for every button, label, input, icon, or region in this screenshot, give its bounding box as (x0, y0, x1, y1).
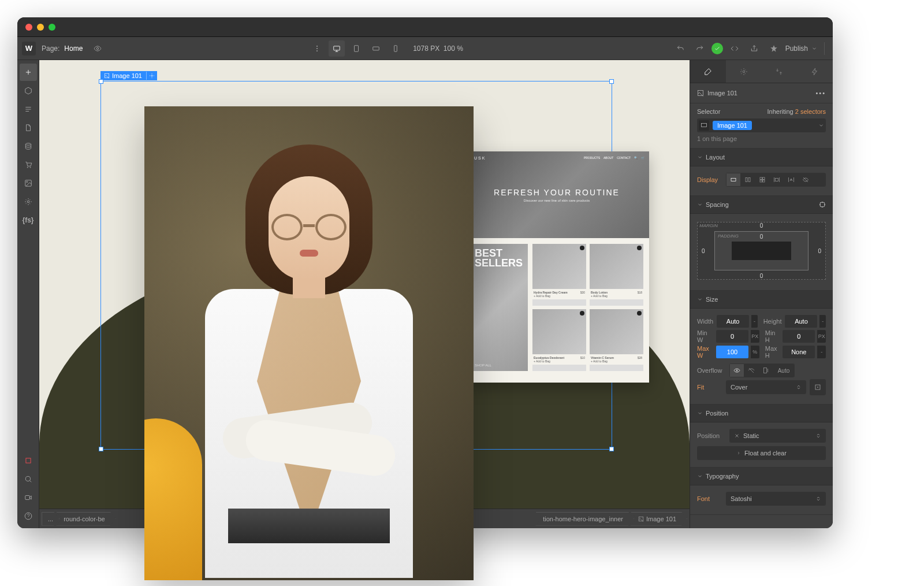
element-menu-icon[interactable]: ••• (815, 90, 826, 97)
tab-effects-icon[interactable] (797, 60, 833, 83)
audit-icon[interactable] (766, 40, 782, 57)
tab-interactions-icon[interactable] (762, 60, 798, 83)
status-check-icon[interactable] (711, 43, 723, 54)
tab-settings-icon[interactable] (726, 60, 762, 83)
minh-input[interactable] (783, 330, 815, 343)
window-titlebar (17, 17, 833, 37)
svg-point-10 (29, 167, 30, 168)
audit-errors-icon[interactable] (20, 452, 37, 469)
font-dropdown[interactable]: Satoshi (726, 492, 826, 506)
section-spacing-header[interactable]: Spacing (690, 196, 833, 214)
breadcrumb-more[interactable]: ... (42, 512, 59, 526)
selector-field[interactable]: Image 101 (697, 118, 826, 132)
selection-settings-icon[interactable] (146, 72, 157, 80)
assets-icon[interactable] (20, 175, 37, 192)
redo-icon[interactable] (692, 40, 708, 57)
page-prefix: Page: (42, 44, 59, 53)
selector-breakpoint-icon[interactable] (699, 120, 709, 131)
fit-label: Fit (697, 384, 722, 391)
display-flex-icon[interactable] (741, 173, 755, 186)
add-element-icon[interactable] (20, 64, 37, 81)
display-grid-icon[interactable] (755, 173, 769, 186)
minimize-window-button[interactable] (37, 24, 44, 31)
svg-point-2 (317, 48, 318, 49)
undo-icon[interactable] (672, 40, 688, 57)
font-label: Font (697, 495, 722, 502)
element-name: Image 101 (707, 90, 737, 97)
fit-dropdown[interactable]: Cover (726, 380, 806, 394)
float-clear-toggle[interactable]: Float and clear (697, 446, 826, 460)
code-export-icon[interactable] (726, 40, 743, 57)
width-unit[interactable]: - (751, 315, 758, 328)
publish-button[interactable]: Publish (785, 44, 817, 53)
panel-tabs (690, 60, 833, 83)
svg-point-12 (26, 181, 27, 183)
height-input[interactable] (785, 315, 817, 328)
overflow-hidden-icon[interactable] (744, 364, 758, 377)
position-dropdown[interactable]: Static (729, 429, 826, 443)
maximize-window-button[interactable] (49, 24, 55, 31)
help-icon[interactable] (20, 507, 37, 525)
finsweet-icon[interactable]: {fs} (20, 212, 37, 229)
svg-point-19 (151, 75, 153, 77)
overflow-auto-button[interactable]: Auto (773, 364, 794, 377)
breadcrumb-item[interactable]: round-color-be (56, 512, 116, 526)
display-block-icon[interactable] (726, 173, 740, 186)
more-menu-icon[interactable] (309, 40, 325, 57)
maxw-unit[interactable]: % (751, 346, 759, 358)
pages-icon[interactable] (20, 119, 37, 136)
breadcrumb-item[interactable]: Image 101 (631, 512, 687, 526)
page-name[interactable]: Home (64, 44, 83, 53)
navigator-icon[interactable] (20, 101, 37, 118)
svg-rect-4 (334, 46, 340, 50)
svg-rect-29 (760, 180, 762, 183)
instances-text: 1 on this page (697, 135, 826, 142)
tab-style-icon[interactable] (690, 60, 726, 83)
display-inline-icon[interactable] (784, 173, 798, 186)
height-unit[interactable]: - (819, 315, 826, 328)
mockup-nav: PRODUCTSABOUTCONTACT 🔍🛒 (584, 156, 644, 160)
app-logo[interactable]: W (22, 42, 36, 55)
video-tutorial-icon[interactable] (20, 489, 37, 506)
section-typography-header[interactable]: Typography (690, 468, 833, 485)
svg-point-3 (317, 50, 318, 51)
overflow-scroll-icon[interactable] (759, 364, 773, 377)
svg-rect-14 (25, 458, 30, 463)
display-inline-block-icon[interactable] (770, 173, 784, 186)
width-input[interactable] (717, 315, 749, 328)
box-model-editor[interactable]: MARGIN PADDING 0 0 0 0 0 (697, 222, 826, 280)
spacing-expand-icon[interactable] (819, 201, 826, 209)
breakpoint-mobile-icon[interactable] (388, 40, 404, 57)
minh-unit[interactable]: PX (817, 330, 826, 343)
breadcrumb-item[interactable]: tion-home-hero-image_inner (535, 512, 634, 526)
fit-position-icon[interactable] (810, 379, 826, 395)
breakpoint-desktop-icon[interactable] (329, 40, 345, 57)
maxh-input[interactable] (783, 346, 815, 358)
components-icon[interactable] (20, 82, 37, 99)
overflow-visible-icon[interactable] (730, 364, 744, 377)
selection-label[interactable]: Image 101 (100, 71, 157, 80)
top-toolbar: W Page: Home 1078 PX 100 % (17, 37, 833, 60)
inheriting-link[interactable]: Inheriting 2 selectors (767, 108, 826, 115)
ecommerce-icon[interactable] (20, 156, 37, 173)
breakpoint-mobile-landscape-icon[interactable] (368, 40, 384, 57)
section-position-header[interactable]: Position (690, 405, 833, 422)
class-chip[interactable]: Image 101 (713, 121, 752, 130)
cms-icon[interactable] (20, 138, 37, 155)
search-icon[interactable] (20, 470, 37, 488)
maxh-unit[interactable]: - (817, 346, 826, 358)
settings-icon[interactable] (20, 193, 37, 210)
share-icon[interactable] (746, 40, 762, 57)
selector-dropdown-icon[interactable] (818, 121, 824, 129)
breakpoint-tablet-icon[interactable] (348, 40, 364, 57)
section-layout-header[interactable]: Layout (690, 149, 833, 166)
minw-unit[interactable]: PX (751, 330, 759, 343)
display-none-icon[interactable] (799, 173, 813, 186)
minw-input[interactable] (716, 330, 748, 343)
close-window-button[interactable] (25, 24, 32, 31)
maxw-input[interactable] (716, 346, 748, 358)
svg-point-36 (818, 387, 818, 388)
section-size-header[interactable]: Size (690, 291, 833, 309)
preview-toggle-icon[interactable] (90, 40, 106, 57)
svg-point-1 (317, 46, 318, 46)
